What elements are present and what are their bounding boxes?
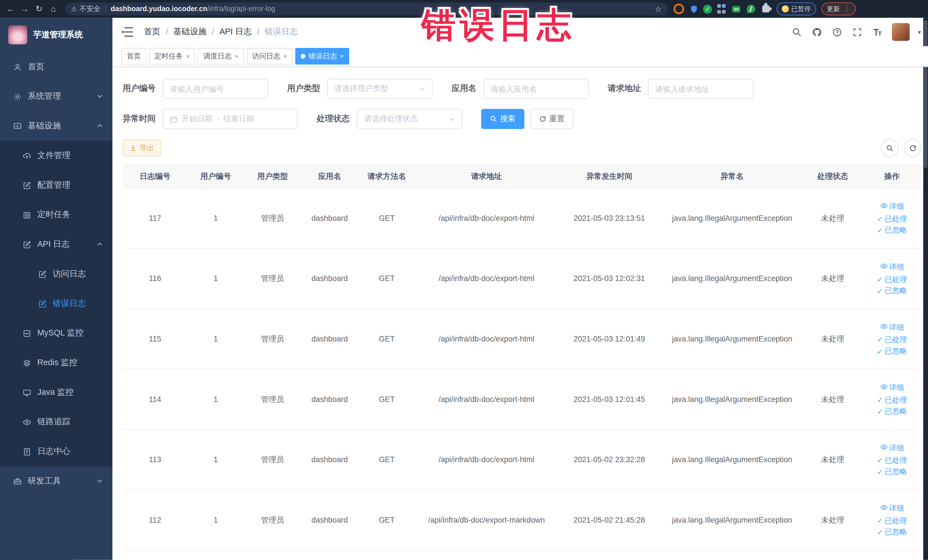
ignored-link[interactable]: ✓已忽略 bbox=[865, 348, 919, 355]
detail-link[interactable]: 详细 bbox=[865, 202, 919, 211]
action-label: 已忽略 bbox=[885, 529, 907, 536]
github-icon[interactable] bbox=[811, 26, 823, 38]
search-icon[interactable] bbox=[791, 26, 803, 38]
fullscreen-icon[interactable] bbox=[852, 26, 863, 38]
browser-home-button[interactable]: ⌂ bbox=[46, 2, 61, 16]
process-status-placeholder: 请选择处理状态 bbox=[364, 113, 418, 124]
ignored-link[interactable]: ✓已忽略 bbox=[865, 227, 919, 234]
app-name-input[interactable] bbox=[484, 79, 589, 99]
ignored-link[interactable]: ✓已忽略 bbox=[865, 468, 919, 476]
tab-label: 错误日志 bbox=[309, 51, 337, 61]
sidebar-item-label: 链路追踪 bbox=[37, 417, 70, 427]
extension-leaf-icon[interactable] bbox=[746, 3, 756, 14]
search-toggle-button[interactable] bbox=[881, 139, 898, 157]
logo-row[interactable]: 芋道管理系统 bbox=[0, 18, 112, 52]
extensions-puzzle-icon[interactable] bbox=[760, 3, 771, 14]
date-range-picker[interactable]: 开始日期 - 结束日期 bbox=[163, 109, 298, 129]
browser-back-button[interactable]: ← bbox=[3, 2, 18, 16]
table-cell: java.lang.IllegalArgumentException bbox=[661, 490, 803, 550]
sidebar-item-scheduled-tasks[interactable]: 定时任务 bbox=[0, 200, 112, 230]
process-status-select[interactable]: 请选择处理状态 bbox=[357, 109, 462, 129]
request-url-input[interactable] bbox=[648, 79, 753, 99]
table-cell: /api/infra/db-doc/export-html bbox=[415, 248, 557, 309]
scrollbar-thumb[interactable] bbox=[924, 20, 927, 168]
user-id-input[interactable] bbox=[163, 79, 268, 99]
sidebar-item-infrastructure[interactable]: 基础设施 bbox=[0, 111, 112, 141]
chevron-down-icon[interactable]: ▾ bbox=[918, 29, 921, 35]
breadcrumb-item[interactable]: API 日志 bbox=[219, 26, 252, 37]
help-icon[interactable] bbox=[832, 26, 843, 38]
paused-badge[interactable]: 已暂停 bbox=[777, 2, 816, 15]
table-cell: GET bbox=[358, 309, 415, 369]
reset-button[interactable]: 重置 bbox=[530, 109, 573, 129]
close-icon[interactable]: × bbox=[235, 53, 238, 60]
detail-link[interactable]: 详细 bbox=[865, 383, 919, 392]
breadcrumb-item[interactable]: 基础设施 bbox=[174, 26, 206, 37]
tab-schedule-log[interactable]: 调度日志× bbox=[198, 48, 244, 64]
tab-home[interactable]: 首页 bbox=[121, 48, 146, 64]
sidebar-item-home[interactable]: 首页 bbox=[0, 52, 112, 82]
processed-link[interactable]: ✓已处理 bbox=[865, 396, 919, 404]
tab-label: 访问日志 bbox=[252, 51, 281, 61]
navbar-actions: ▾ bbox=[791, 23, 921, 41]
browser-reload-button[interactable]: ↻ bbox=[32, 2, 46, 16]
close-icon[interactable]: × bbox=[340, 53, 343, 60]
breadcrumb-item[interactable]: 首页 bbox=[144, 26, 160, 37]
extension-on-badge-icon[interactable]: on bbox=[731, 3, 742, 14]
detail-link[interactable]: 详细 bbox=[865, 504, 919, 513]
export-button[interactable]: 导出 bbox=[122, 140, 161, 156]
address-bar[interactable]: ⚠ 不安全 dashboard.yudao.iocoder.cn /infra/… bbox=[65, 2, 667, 15]
processed-link[interactable]: ✓已处理 bbox=[865, 336, 919, 343]
processed-link[interactable]: ✓已处理 bbox=[865, 517, 919, 525]
table-cell: 2021-05-03 23:13:51 bbox=[557, 188, 661, 249]
browser-forward-button[interactable]: → bbox=[18, 2, 32, 16]
sidebar-item-java-monitor[interactable]: Java 监控 bbox=[0, 378, 112, 407]
calendar-icon bbox=[170, 115, 177, 123]
extension-ring-icon[interactable] bbox=[673, 3, 684, 14]
ignored-link[interactable]: ✓已忽略 bbox=[865, 529, 919, 536]
processed-link[interactable]: ✓已处理 bbox=[865, 457, 919, 464]
close-icon[interactable]: × bbox=[283, 53, 287, 60]
detail-link[interactable]: 详细 bbox=[865, 262, 919, 272]
sidebar-item-api-log[interactable]: API 日志 bbox=[0, 230, 112, 259]
user-type-select[interactable]: 请选择用户类型 bbox=[327, 79, 432, 99]
ignored-link[interactable]: ✓已忽略 bbox=[865, 287, 919, 295]
sidebar-item-config-management[interactable]: 配置管理 bbox=[0, 170, 112, 200]
processed-link[interactable]: ✓已处理 bbox=[865, 276, 919, 283]
update-button[interactable]: 更新 ⋮ bbox=[821, 2, 856, 15]
table-cell: 1 bbox=[188, 188, 244, 249]
sidebar-item-dev-tools[interactable]: 研发工具 bbox=[0, 467, 112, 496]
action-label: 已忽略 bbox=[885, 408, 907, 415]
page-scrollbar[interactable] bbox=[923, 18, 928, 560]
processed-link[interactable]: ✓已处理 bbox=[865, 215, 919, 223]
close-icon[interactable]: × bbox=[186, 53, 189, 60]
sidebar-item-system-management[interactable]: 系统管理 bbox=[0, 82, 112, 111]
extension-grid-icon[interactable] bbox=[716, 3, 727, 14]
bookmark-star-icon[interactable]: ☆ bbox=[655, 5, 662, 14]
chevron-up-icon bbox=[96, 240, 103, 249]
detail-link[interactable]: 详细 bbox=[865, 323, 919, 332]
search-button[interactable]: 搜索 bbox=[481, 109, 524, 129]
sidebar-toggle-button[interactable] bbox=[121, 27, 133, 37]
detail-link[interactable]: 详细 bbox=[865, 443, 919, 452]
sidebar-item-access-log[interactable]: 访问日志 bbox=[0, 259, 112, 289]
sidebar-item-log-center[interactable]: 日志中心 bbox=[0, 437, 112, 467]
sidebar-item-label: 系统管理 bbox=[28, 91, 61, 102]
refresh-button[interactable] bbox=[904, 139, 922, 157]
table-cell: dashboard bbox=[301, 369, 358, 430]
font-size-icon[interactable] bbox=[872, 26, 884, 38]
sidebar-item-file-management[interactable]: 文件管理 bbox=[0, 141, 112, 171]
sidebar-item-redis-monitor[interactable]: Redis 监控 bbox=[0, 348, 112, 378]
tab-scheduled-tasks[interactable]: 定时任务× bbox=[149, 48, 195, 64]
ignored-link[interactable]: ✓已忽略 bbox=[865, 408, 919, 415]
sidebar-item-error-log[interactable]: 错误日志 bbox=[0, 289, 112, 318]
sidebar-item-trace[interactable]: 链路追踪 bbox=[0, 407, 112, 437]
kebab-menu-icon[interactable]: ⋮ bbox=[843, 5, 850, 13]
avatar[interactable] bbox=[892, 23, 910, 41]
extension-check-icon[interactable]: ✓ bbox=[703, 5, 712, 14]
tab-access-log[interactable]: 访问日志× bbox=[247, 48, 293, 64]
extension-shield-icon[interactable] bbox=[688, 3, 699, 14]
sidebar-item-mysql-monitor[interactable]: MySQL 监控 bbox=[0, 318, 112, 348]
operations-cell: 详细✓已处理✓已忽略 bbox=[862, 429, 922, 490]
tab-error-log[interactable]: 错误日志× bbox=[296, 48, 349, 64]
